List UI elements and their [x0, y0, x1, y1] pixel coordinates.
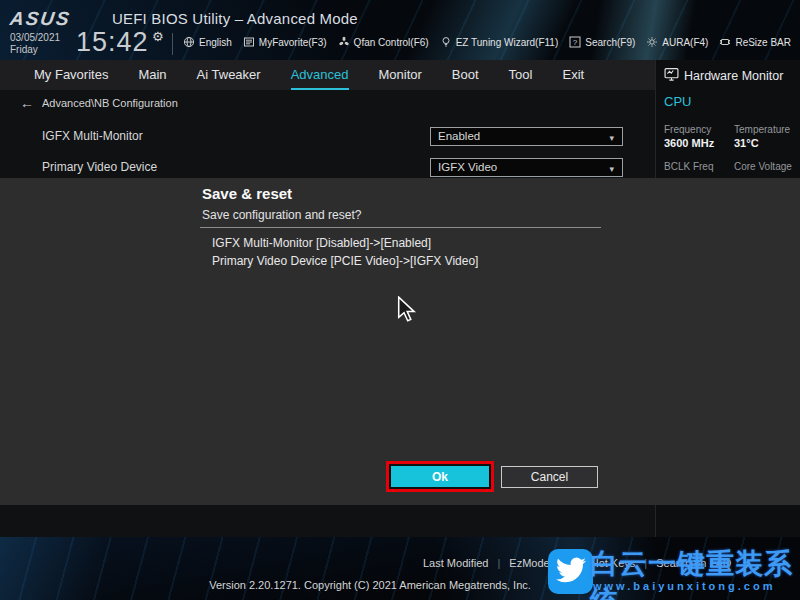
globe-icon: [183, 36, 195, 48]
tab-boot[interactable]: Boot: [452, 60, 479, 90]
hardware-monitor-title: Hardware Monitor: [664, 67, 783, 84]
metric-label: Core Voltage: [734, 159, 796, 172]
bulb-icon: [440, 36, 452, 48]
clock: 15:42: [76, 27, 149, 58]
ok-button-highlight-frame: Ok: [386, 461, 494, 492]
dialog-change-list: IGFX Multi-Monitor [Disabled]->[Enabled]…: [212, 234, 478, 270]
sun-icon: [646, 36, 658, 48]
breadcrumb: Advanced\NB Configuration: [42, 97, 178, 109]
divider: |: [497, 557, 500, 569]
ok-button[interactable]: Ok: [391, 466, 489, 487]
watermark-badge: [548, 549, 593, 594]
metric-label: BCLK Freq: [664, 159, 734, 172]
bios-version-text: Version 2.20.1271. Copyright (C) 2021 Am…: [170, 579, 570, 591]
clock-settings-gear-icon[interactable]: ⚙: [152, 29, 164, 44]
asus-logo: ASUS: [8, 8, 72, 30]
resize-bar-button[interactable]: ReSize BAR: [719, 36, 791, 48]
search-button[interactable]: ? Search(F9): [569, 36, 635, 48]
quick-toolbar: English MyFavorite(F3) Qfan Control(F6) …: [183, 32, 791, 52]
tab-my-favorites[interactable]: My Favorites: [34, 60, 108, 90]
chevron-down-icon: ▾: [609, 161, 614, 178]
footer-last-modified[interactable]: Last Modified: [423, 557, 488, 569]
top-banner: ASUS UEFI BIOS Utility – Advanced Mode 0…: [0, 0, 800, 60]
hardware-monitor-section-cpu: CPU: [664, 94, 691, 109]
bios-screen: ASUS UEFI BIOS Utility – Advanced Mode 0…: [0, 0, 800, 600]
fan-icon: [338, 36, 350, 48]
back-arrow-icon[interactable]: ←: [20, 95, 34, 111]
day-text: Friday: [10, 44, 60, 56]
setting-label-igfx-multi-monitor: IGFX Multi-Monitor: [42, 129, 143, 143]
change-item: IGFX Multi-Monitor [Disabled]->[Enabled]: [212, 234, 478, 252]
metric-label: Temperature: [734, 122, 796, 135]
dialog-title: Save & reset: [202, 185, 292, 202]
aura-button[interactable]: AURA(F4): [646, 36, 708, 48]
metric-value: 31°C: [734, 137, 796, 157]
chevron-down-icon: ▾: [609, 130, 614, 147]
chip-icon: [719, 36, 731, 48]
dialog-subtitle: Save configuration and reset?: [202, 208, 361, 222]
ez-tuning-wizard-button[interactable]: EZ Tuning Wizard(F11): [440, 36, 559, 48]
qfan-control-button[interactable]: Qfan Control(F6): [338, 36, 429, 48]
list-icon: [243, 36, 255, 48]
tab-advanced[interactable]: Advanced: [291, 60, 349, 90]
setting-label-primary-video-device: Primary Video Device: [42, 160, 157, 174]
cancel-button[interactable]: Cancel: [501, 466, 598, 488]
divider: [200, 227, 601, 228]
myfavorite-button[interactable]: MyFavorite(F3): [243, 36, 327, 48]
twitter-bird-icon: [556, 555, 586, 589]
date-block: 03/05/2021 Friday: [10, 32, 60, 56]
metric-value: 3600 MHz: [664, 137, 734, 157]
date-text: 03/05/2021: [10, 32, 60, 44]
dropdown-primary-video-device[interactable]: IGFX Video ▾: [430, 158, 623, 177]
save-reset-dialog: Save & reset Save configuration and rese…: [0, 178, 800, 505]
svg-text:?: ?: [573, 38, 578, 47]
question-icon: ?: [569, 36, 581, 48]
hardware-monitor-metrics: Frequency Temperature 3600 MHz 31°C BCLK…: [664, 122, 796, 172]
monitor-icon: [664, 67, 679, 84]
watermark-url: www.baiyunxitong.com: [593, 580, 775, 592]
divider: [172, 33, 173, 55]
tab-ai-tweaker[interactable]: Ai Tweaker: [197, 60, 261, 90]
tab-tool[interactable]: Tool: [509, 60, 533, 90]
metric-label: Frequency: [664, 122, 734, 135]
tab-monitor[interactable]: Monitor: [379, 60, 422, 90]
menu-bar: My Favorites Main Ai Tweaker Advanced Mo…: [0, 60, 655, 90]
dropdown-igfx-multi-monitor[interactable]: Enabled ▾: [430, 127, 623, 146]
tab-exit[interactable]: Exit: [562, 60, 584, 90]
bios-title: UEFI BIOS Utility – Advanced Mode: [112, 10, 358, 27]
language-button[interactable]: English: [183, 36, 232, 48]
tab-main[interactable]: Main: [138, 60, 166, 90]
change-item: Primary Video Device [PCIE Video]->[IGFX…: [212, 252, 478, 270]
